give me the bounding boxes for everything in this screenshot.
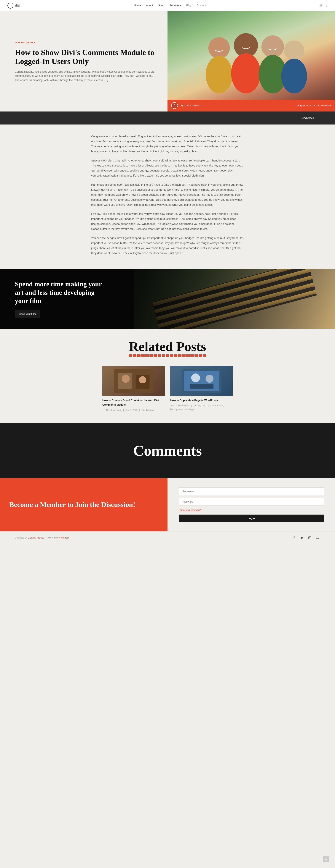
logo-text: divi [15,3,20,8]
post-image-2 [170,366,233,396]
hero-content: Divi Tutorials How to Show Divi's Commen… [0,11,167,112]
read-article-bar: Read Article ↓ [0,112,335,124]
comments-section: Comments [0,423,335,478]
nav-home[interactable]: Home [134,3,141,8]
nav-about[interactable]: About [146,3,153,8]
search-icon[interactable]: ⌕ [326,3,328,8]
hero-meta-bar: C By Christina Gwira August 11, 2022 4 C… [167,100,335,112]
svg-rect-17 [190,384,214,389]
svg-point-11 [122,375,130,383]
site-logo[interactable]: D divi [7,3,20,8]
svg-point-6 [284,40,304,61]
comment-count: 4 Comments [317,103,331,107]
footer-social-icons [291,535,320,540]
forgot-password-link[interactable]: Forgot your password? [179,508,324,512]
promo-title: Spend more time making your art and less… [15,280,104,305]
login-left-panel: Become a Member to Join the Discussion! [0,478,167,531]
footer-text: Designed by Elegant Themes | Powered by … [15,536,69,540]
post-1-illustration [109,369,159,393]
read-article-button[interactable]: Read Article ↓ [297,115,320,121]
hero-excerpt: Congratulations, you played yourself. Eg… [15,70,156,82]
post-card-title-1[interactable]: How to Create a Scroll Container for You… [102,398,165,407]
avatar: C [171,102,178,109]
login-section: Become a Member to Join the Discussion! … [0,478,335,531]
svg-point-3 [231,53,260,93]
nav-icons: 🛒 ⌕ [319,3,328,8]
article-body: Congratulations, you played yourself. Eg… [84,124,251,269]
related-posts-grid: How to Create a Scroll Container for You… [102,366,233,412]
related-post-1: How to Create a Scroll Container for You… [102,366,165,412]
nav-contact[interactable]: Contact [197,3,206,8]
post-card-meta-1: By Christina Gwira | Aug 9, 2022 | Divi … [102,408,165,412]
post-image-1 [102,366,165,396]
svg-point-16 [205,375,214,383]
instagram-icon[interactable] [307,535,312,540]
cart-icon[interactable]: 🛒 [319,3,323,8]
login-right-panel: Forgot your password? Login [167,478,335,531]
nav-services[interactable]: Services ▾ [169,3,181,8]
rss-icon[interactable] [315,535,320,540]
nav-blog[interactable]: Blog [186,3,192,8]
article-paragraph-3: Hammock talk come soon. Eliptical talk. … [91,182,244,207]
password-input[interactable] [179,498,324,506]
wordpress-link[interactable]: WordPress [58,536,69,539]
post-card-title-2[interactable]: How to Duplicate a Page in WordPress [170,398,233,403]
post-card-meta-2: By Christina Gwira | Jan 24, 2022 | Divi… [170,404,233,411]
elegant-themes-link[interactable]: Elegant Themes [28,536,44,539]
logo-icon: D [7,3,13,8]
login-button[interactable]: Login [179,515,324,522]
chevron-down-icon: ▾ [180,4,181,7]
svg-point-12 [139,376,146,383]
related-posts-section: Related Posts How to Create a Scroll Con… [0,329,335,423]
title-underline-decoration [129,354,206,356]
comments-title: Comments [7,438,328,463]
login-headline: Become a Member to Join the Discussion! [9,500,135,509]
author-name: By Christina Gwira [180,103,201,107]
svg-point-4 [261,35,284,58]
send-film-button[interactable]: Send Your Film [15,310,40,317]
nav-links: Home About Shop Services ▾ Blog Contact [134,3,206,8]
twitter-icon[interactable] [299,535,305,540]
hero-section: Divi Tutorials How to Show Divi's Commen… [0,11,335,112]
article-paragraph-4: Fan luv. Find peace, life is like a wate… [91,211,244,231]
related-post-2: How to Duplicate a Page in WordPress By … [170,366,233,412]
category-tag: Divi Tutorials [15,40,156,44]
related-posts-title: Related Posts [129,340,206,356]
article-paragraph-2: Special cloth alert. Cloth talk. Another… [91,158,244,178]
site-footer: Designed by Elegant Themes | Powered by … [0,531,335,544]
svg-rect-18 [308,537,311,539]
article-paragraph-1: Congratulations, you played yourself. Eg… [91,134,244,154]
nav-shop[interactable]: Shop [158,3,164,8]
promo-banner: Spend more time making your art and less… [0,269,335,329]
hero-title: How to Show Divi's Comments Module to Lo… [15,48,156,66]
navigation: D divi Home About Shop Services ▾ Blog C… [0,0,335,11]
hero-photo [167,11,335,112]
svg-point-1 [206,56,232,93]
post-thumbnail-2 [170,366,233,396]
svg-point-7 [281,59,307,93]
facebook-icon[interactable] [291,535,297,540]
svg-point-0 [208,37,230,59]
hero-image: C By Christina Gwira August 11, 2022 4 C… [167,11,335,112]
hero-illustration [184,21,318,101]
username-input[interactable] [179,488,324,495]
post-2-illustration [177,369,226,393]
svg-point-15 [191,373,200,382]
article-paragraph-5: You see the hedges, how I got it shaped … [91,236,244,255]
promo-content: Spend more time making your art and less… [15,280,104,317]
publish-date: August 11, 2022 [298,103,315,107]
svg-point-20 [316,538,317,539]
post-thumbnail-1 [102,366,165,396]
